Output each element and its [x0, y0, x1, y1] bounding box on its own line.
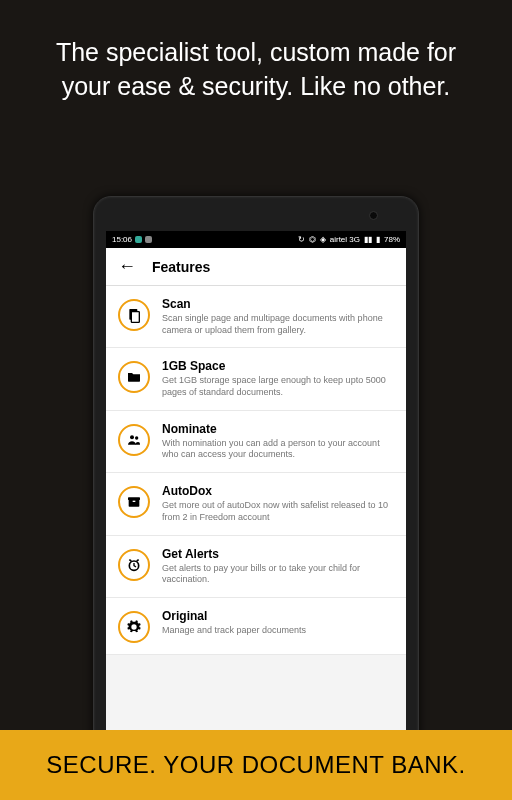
bluetooth-icon: ⏣	[309, 235, 316, 244]
feature-item-autodox[interactable]: AutoDox Get more out of autoDox now with…	[106, 473, 406, 535]
bottom-banner: SECURE. YOUR DOCUMENT BANK.	[0, 730, 512, 800]
feature-title: Scan	[162, 297, 392, 311]
signal-icon: ▮▮	[364, 235, 372, 244]
alarm-icon	[118, 549, 150, 581]
header-title: Features	[152, 259, 210, 275]
status-carrier: airtel 3G	[330, 235, 360, 244]
folder-icon	[118, 361, 150, 393]
hero-headline: The specialist tool, custom made for you…	[0, 0, 512, 124]
feature-title: Get Alerts	[162, 547, 392, 561]
feature-item-original[interactable]: Original Manage and track paper document…	[106, 598, 406, 655]
status-battery: 78%	[384, 235, 400, 244]
feature-item-alerts[interactable]: Get Alerts Get alerts to pay your bills …	[106, 536, 406, 598]
feature-desc: Get alerts to pay your bills or to take …	[162, 563, 392, 586]
tablet-mockup: 15:06 ↻ ⏣ ◈ airtel 3G ▮▮ ▮ 78% ← Feature…	[93, 196, 419, 756]
tablet-camera-icon	[369, 211, 378, 220]
feature-desc: With nomination you can add a person to …	[162, 438, 392, 461]
feature-title: Original	[162, 609, 392, 623]
feature-title: AutoDox	[162, 484, 392, 498]
status-time: 15:06	[112, 235, 132, 244]
feature-desc: Manage and track paper documents	[162, 625, 392, 637]
feature-desc: Scan single page and multipage documents…	[162, 313, 392, 336]
feature-list[interactable]: Scan Scan single page and multipage docu…	[106, 286, 406, 655]
tablet-frame: 15:06 ↻ ⏣ ◈ airtel 3G ▮▮ ▮ 78% ← Feature…	[93, 196, 419, 756]
svg-rect-5	[128, 497, 140, 500]
svg-point-3	[135, 436, 138, 439]
feature-item-scan[interactable]: Scan Scan single page and multipage docu…	[106, 286, 406, 348]
scan-icon	[118, 299, 150, 331]
status-app-dot-icon	[135, 236, 142, 243]
svg-point-2	[130, 435, 134, 439]
people-icon	[118, 424, 150, 456]
header-bar: ← Features	[106, 248, 406, 286]
feature-item-space[interactable]: 1GB Space Get 1GB storage space large en…	[106, 348, 406, 410]
status-bar: 15:06 ↻ ⏣ ◈ airtel 3G ▮▮ ▮ 78%	[106, 231, 406, 248]
feature-item-nominate[interactable]: Nominate With nomination you can add a p…	[106, 411, 406, 473]
feature-desc: Get more out of autoDox now with safelis…	[162, 500, 392, 523]
feature-desc: Get 1GB storage space large enough to ke…	[162, 375, 392, 398]
sync-icon: ↻	[298, 235, 305, 244]
gear-icon	[118, 611, 150, 643]
banner-text: SECURE. YOUR DOCUMENT BANK.	[46, 751, 465, 779]
box-icon	[118, 486, 150, 518]
battery-icon: ▮	[376, 235, 380, 244]
status-app-dot2-icon	[145, 236, 152, 243]
wifi-icon: ◈	[320, 235, 326, 244]
svg-rect-6	[133, 501, 136, 502]
svg-rect-1	[131, 312, 139, 323]
feature-title: 1GB Space	[162, 359, 392, 373]
tablet-screen: 15:06 ↻ ⏣ ◈ airtel 3G ▮▮ ▮ 78% ← Feature…	[106, 231, 406, 755]
feature-title: Nominate	[162, 422, 392, 436]
back-arrow-icon[interactable]: ←	[118, 256, 136, 277]
